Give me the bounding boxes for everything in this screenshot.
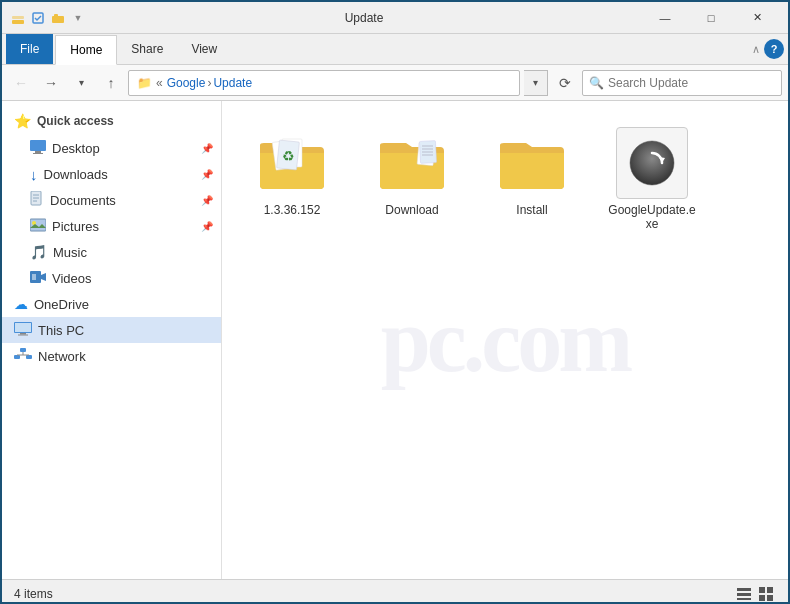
svg-rect-5 (30, 140, 46, 151)
refresh-button[interactable]: ⟳ (552, 70, 578, 96)
svg-rect-40 (737, 588, 751, 591)
file-label-3: Install (516, 203, 547, 217)
main-content: ⭐ Quick access Desktop 📌 ↓ Downloads 📌 (2, 101, 788, 579)
ribbon: File Home Share View ∧ ? (2, 34, 788, 65)
svg-rect-19 (15, 323, 31, 332)
titlebar-dropdown[interactable]: ▼ (70, 10, 86, 26)
close-button[interactable]: ✕ (734, 2, 780, 34)
folder-icon-address: 📁 (137, 76, 152, 90)
documents-pin-icon: 📌 (201, 195, 213, 206)
ribbon-collapse-icon[interactable]: ∧ (752, 43, 760, 56)
breadcrumb-update[interactable]: Update (213, 76, 252, 90)
svg-rect-45 (759, 595, 765, 601)
pictures-label: Pictures (52, 219, 99, 234)
svg-rect-24 (26, 355, 32, 359)
downloads-label: Downloads (44, 167, 108, 182)
sidebar-item-videos[interactable]: Videos (2, 265, 221, 291)
tab-share[interactable]: Share (117, 34, 177, 64)
folder-icon-wrap-3 (492, 127, 572, 199)
sidebar-item-desktop[interactable]: Desktop 📌 (2, 135, 221, 161)
svg-rect-0 (12, 20, 24, 24)
svg-rect-23 (14, 355, 20, 359)
title-bar: ▼ Update — □ ✕ (2, 2, 788, 34)
watermark: pc.com (381, 289, 629, 392)
tab-view[interactable]: View (177, 34, 231, 64)
sidebar-item-documents[interactable]: Documents 📌 (2, 187, 221, 213)
sidebar: ⭐ Quick access Desktop 📌 ↓ Downloads 📌 (2, 101, 222, 579)
pictures-icon (30, 218, 46, 235)
file-item-folder3[interactable]: Install (482, 121, 582, 237)
sidebar-item-network[interactable]: Network (2, 343, 221, 369)
recent-locations-button[interactable]: ▾ (68, 70, 94, 96)
quick-access-star-icon: ⭐ (14, 113, 31, 129)
item-count: 4 items (14, 587, 53, 601)
onedrive-label: OneDrive (34, 297, 89, 312)
search-input[interactable] (608, 76, 775, 90)
tab-home[interactable]: Home (55, 35, 117, 65)
sidebar-item-music[interactable]: 🎵 Music (2, 239, 221, 265)
file-item-exe[interactable]: GoogleUpdate.exe (602, 121, 702, 237)
svg-text:♻: ♻ (282, 148, 295, 164)
search-icon: 🔍 (589, 76, 604, 90)
sidebar-item-pictures[interactable]: Pictures 📌 (2, 213, 221, 239)
sidebar-item-thispc[interactable]: This PC (2, 317, 221, 343)
list-view-button[interactable] (734, 584, 754, 604)
svg-rect-6 (35, 151, 41, 153)
pictures-pin-icon: 📌 (201, 221, 213, 232)
folder-icon-wrap-2 (372, 127, 452, 199)
title-bar-icons: ▼ (10, 10, 86, 26)
address-path[interactable]: 📁 « Google › Update (128, 70, 520, 96)
titlebar-icon2 (30, 10, 46, 26)
file-item-folder2[interactable]: Download (362, 121, 462, 237)
music-label: Music (53, 245, 87, 260)
files-grid: ♻ 1.3.36.152 (242, 121, 768, 237)
maximize-button[interactable]: □ (688, 2, 734, 34)
status-bar: 4 items (2, 579, 788, 604)
address-dropdown[interactable]: ▾ (524, 70, 548, 96)
quick-access-label: Quick access (37, 114, 114, 128)
desktop-pin-icon: 📌 (201, 143, 213, 154)
network-icon (14, 348, 32, 365)
grid-view-button[interactable] (756, 584, 776, 604)
back-button[interactable]: ← (8, 70, 34, 96)
file-label-1: 1.3.36.152 (264, 203, 321, 217)
folder-plain-icon-2 (496, 133, 568, 193)
help-button[interactable]: ? (764, 39, 784, 59)
file-label-4: GoogleUpdate.exe (608, 203, 696, 231)
documents-icon (30, 191, 44, 210)
svg-rect-1 (12, 16, 24, 19)
svg-rect-22 (20, 348, 26, 352)
titlebar-icon3 (50, 10, 66, 26)
sidebar-item-downloads[interactable]: ↓ Downloads 📌 (2, 161, 221, 187)
ribbon-tabs: File Home Share View ∧ ? (2, 34, 788, 64)
folder-with-content-icon: ♻ (256, 133, 328, 193)
svg-rect-7 (33, 153, 43, 154)
window-controls: — □ ✕ (642, 2, 780, 34)
downloads-icon: ↓ (30, 166, 38, 183)
svg-rect-4 (54, 14, 58, 17)
window-title: Update (86, 11, 642, 25)
exe-icon-wrap (612, 127, 692, 199)
svg-rect-20 (20, 333, 26, 335)
file-area: pc.com ♻ 1.3.36 (222, 101, 788, 579)
minimize-button[interactable]: — (642, 2, 688, 34)
file-label-2: Download (385, 203, 438, 217)
svg-rect-41 (737, 593, 751, 596)
forward-button[interactable]: → (38, 70, 64, 96)
downloads-pin-icon: 📌 (201, 169, 213, 180)
tab-file[interactable]: File (6, 34, 53, 64)
titlebar-icon1 (10, 10, 26, 26)
thispc-label: This PC (38, 323, 84, 338)
documents-label: Documents (50, 193, 116, 208)
up-button[interactable]: ↑ (98, 70, 124, 96)
sidebar-quick-access: ⭐ Quick access (2, 107, 221, 135)
svg-rect-21 (18, 334, 28, 335)
breadcrumb-google[interactable]: Google (167, 76, 206, 90)
sidebar-item-onedrive[interactable]: ☁ OneDrive (2, 291, 221, 317)
search-box[interactable]: 🔍 (582, 70, 782, 96)
svg-rect-3 (52, 16, 64, 23)
breadcrumb-sep: › (207, 76, 211, 90)
thispc-icon (14, 322, 32, 339)
file-item-folder1[interactable]: ♻ 1.3.36.152 (242, 121, 342, 237)
onedrive-icon: ☁ (14, 296, 28, 312)
